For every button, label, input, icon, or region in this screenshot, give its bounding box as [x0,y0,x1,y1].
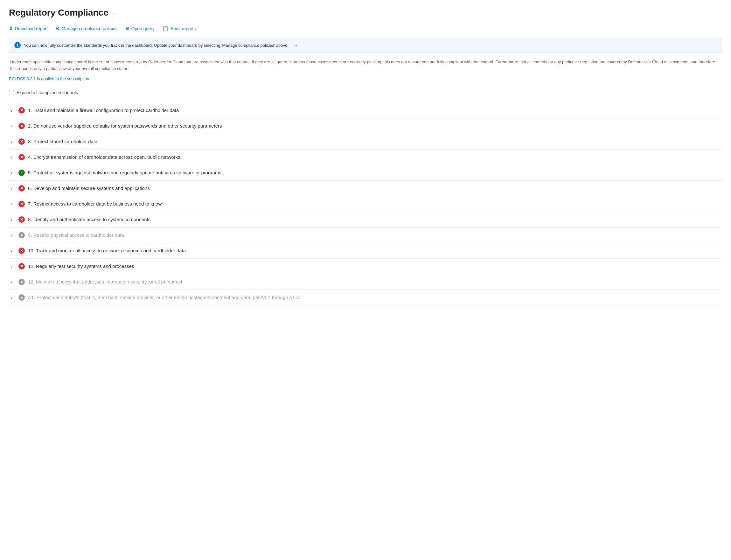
banner-arrow[interactable]: → [294,43,298,48]
compliance-item-1[interactable]: ∨✕1. Install and maintain a firewall con… [9,103,722,118]
chevron-icon: ∨ [10,295,15,300]
download-label: Download report [15,26,48,31]
item-text-7: 7. Restrict access to cardholder data by… [28,201,162,207]
compliance-item-7[interactable]: ∨✕7. Restrict access to cardholder data … [9,196,722,212]
compliance-item-11[interactable]: ∨✕11. Regularly test security systems an… [9,259,722,274]
compliance-item-8[interactable]: ∨✕8. Identify and authenticate access to… [9,212,722,227]
chevron-icon: ∨ [10,186,15,191]
chevron-icon: ∨ [10,139,15,144]
item-text-13: A1. Protect each entity's (that is, merc… [28,295,300,300]
item-text-6: 6. Develop and maintain secure systems a… [28,185,150,191]
status-icon-3: ✕ [18,138,25,145]
item-text-4: 4. Encrypt transmission of cardholder da… [28,154,182,160]
item-text-10: 10. Track and monitor all access to netw… [28,248,186,253]
chevron-icon: ∨ [10,108,15,113]
item-text-5: 5. Protect all systems against malware a… [28,170,223,175]
item-text-3: 3. Protect stored cardholder data [28,139,97,144]
status-icon-13: ● [18,294,25,301]
expand-all-label: Expand all compliance controls [17,90,78,95]
chevron-icon: ∨ [10,202,15,206]
item-text-8: 8. Identify and authenticate access to s… [28,217,151,222]
title-ellipsis: ··· [112,10,117,16]
compliance-list: ∨✕1. Install and maintain a firewall con… [9,103,722,305]
query-icon: ⊕ [125,25,130,31]
chevron-icon: ∨ [10,124,15,128]
audit-icon: 📋 [162,25,169,31]
status-icon-2: ✕ [18,123,25,129]
status-icon-5: ✓ [18,170,25,176]
status-icon-12: ● [18,279,25,285]
chevron-icon: ∨ [10,155,15,159]
status-icon-8: ✕ [18,216,25,223]
item-text-12: 12. Maintain a policy that addresses inf… [28,279,182,284]
audit-reports-button[interactable]: 📋 Audit reports [162,24,196,33]
item-text-9: 9. Restrict physical access to cardholde… [28,232,124,238]
compliance-item-9[interactable]: ∨●9. Restrict physical access to cardhol… [9,227,722,243]
banner-message: You can now fully customize the standard… [24,43,289,48]
chevron-icon: ∨ [10,217,15,222]
status-icon-4: ✕ [18,154,25,160]
pci-link[interactable]: PCI DSS 3.2.1 is applied to the subscrip… [9,76,89,81]
audit-label: Audit reports [171,26,196,31]
expand-all-checkbox[interactable] [9,90,14,95]
compliance-item-12[interactable]: ∨●12. Maintain a policy that addresses i… [9,274,722,290]
compliance-item-13[interactable]: ∨●A1. Protect each entity's (that is, me… [9,290,722,305]
compliance-item-10[interactable]: ∨✕10. Track and monitor all access to ne… [9,243,722,259]
status-icon-10: ✕ [18,248,25,254]
query-label: Open query [131,26,155,31]
title-text: Regulatory Compliance [9,8,109,18]
download-icon: ⬇ [9,25,13,31]
item-text-2: 2. Do not use vendor-supplied defaults f… [28,123,222,129]
open-query-button[interactable]: ⊕ Open query [125,24,155,33]
chevron-icon: ∨ [10,171,15,175]
chevron-icon: ∨ [10,249,15,253]
info-icon: i [14,42,21,48]
status-icon-9: ● [18,232,25,238]
compliance-item-6[interactable]: ∨✕6. Develop and maintain secure systems… [9,181,722,196]
status-icon-1: ✕ [18,107,25,114]
gear-shield-icon: ⚙ [55,25,60,31]
item-text-1: 1. Install and maintain a firewall confi… [28,108,179,113]
status-icon-11: ✕ [18,263,25,269]
info-banner: i You can now fully customize the standa… [9,38,722,53]
status-icon-7: ✕ [18,201,25,207]
status-icon-6: ✕ [18,185,25,192]
description-text: Under each applicable compliance control… [9,59,722,72]
chevron-icon: ∨ [10,280,15,284]
manage-compliance-button[interactable]: ⚙ Manage compliance policies [55,24,118,33]
manage-label: Manage compliance policies [62,26,118,31]
compliance-item-2[interactable]: ∨✕2. Do not use vendor-supplied defaults… [9,118,722,134]
toolbar: ⬇ Download report ⚙ Manage compliance po… [9,24,722,33]
compliance-item-3[interactable]: ∨✕3. Protect stored cardholder data [9,134,722,150]
page-title: Regulatory Compliance ··· [9,8,722,18]
item-text-11: 11. Regularly test security systems and … [28,263,134,269]
compliance-item-5[interactable]: ∨✓5. Protect all systems against malware… [9,165,722,181]
download-report-button[interactable]: ⬇ Download report [9,24,48,33]
chevron-icon: ∨ [10,233,15,237]
compliance-item-4[interactable]: ∨✕4. Encrypt transmission of cardholder … [9,150,722,165]
chevron-icon: ∨ [10,264,15,269]
expand-all-row: Expand all compliance controls [9,87,722,98]
